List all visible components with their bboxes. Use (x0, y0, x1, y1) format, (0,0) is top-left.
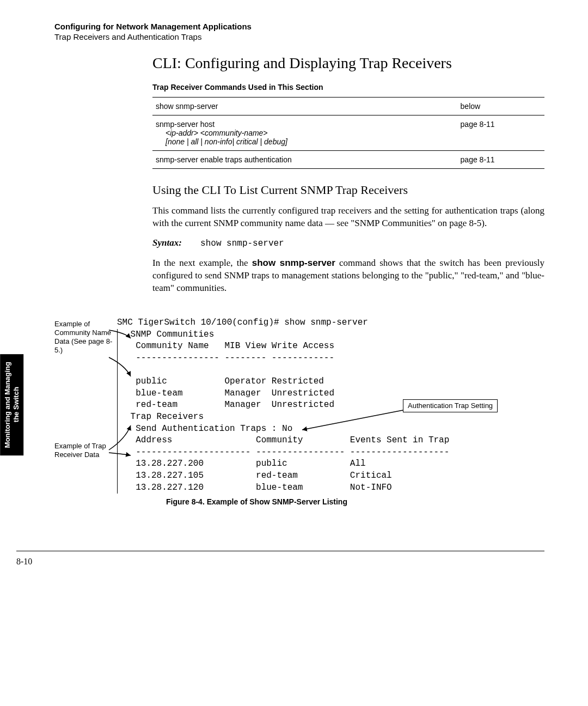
cli-line: Send Authentication Traps : No (125, 424, 292, 434)
cmd-text: snmp-server host (156, 120, 215, 129)
text-run: In the next example, the (152, 258, 252, 268)
cli-prompt-line: SMC TigerSwitch 10/100(config)# show snm… (117, 318, 368, 327)
annotation-community: Example of Community Name Data (See page… (54, 320, 114, 355)
cli-line: SNMP Communities (125, 330, 214, 339)
cli-line: ---------------- -------- ------------ (125, 353, 334, 363)
running-head-chapter: Configuring for Network Management Appli… (54, 22, 544, 31)
table-caption: Trap Receiver Commands Used in This Sect… (152, 83, 544, 92)
ref-cell: page 8-11 (457, 151, 544, 169)
table-row: snmp-server host <ip-addr> <community-na… (152, 115, 544, 151)
ref-cell: page 8-11 (457, 115, 544, 151)
paragraph: In the next example, the show snmp-serve… (152, 257, 544, 295)
side-tab: Monitoring and Managingthe Switch (0, 354, 23, 455)
commands-table: show snmp-server below snmp-server host … (152, 97, 544, 169)
ref-cell: below (457, 98, 544, 115)
syntax-line: Syntax: show snmp-server (152, 238, 544, 248)
running-head-sub: Trap Receivers and Authentication Traps (54, 32, 544, 41)
cmd-cell: snmp-server enable traps authentication (152, 151, 457, 169)
cli-line: red-team Manager Unrestricted (125, 400, 334, 410)
cli-output: SMC TigerSwitch 10/100(config)# show snm… (117, 306, 544, 494)
cli-line: 13.28.227.120 blue-team Not-INFO (125, 483, 392, 492)
paragraph: This command lists the currently configu… (152, 205, 544, 230)
section-title: CLI: Configuring and Displaying Trap Rec… (152, 54, 544, 72)
cli-line: 13.28.227.200 public All (125, 459, 366, 468)
table-row: snmp-server enable traps authentication … (152, 151, 544, 169)
table-row: show snmp-server below (152, 98, 544, 115)
figure-8-4: Example of Community Name Data (See page… (54, 306, 544, 507)
syntax-command: show snmp-server (200, 239, 284, 248)
cmd-cell: snmp-server host <ip-addr> <community-na… (152, 115, 457, 151)
cmd-sub-plain: [none | all | non-info| critical | debug… (156, 137, 454, 146)
cli-line: ---------------------- -----------------… (125, 447, 449, 457)
cli-line: 13.28.227.105 red-team Critical (125, 471, 392, 480)
figure-caption: Figure 8-4. Example of Show SNMP-Server … (166, 497, 544, 507)
cli-line: Community Name MIB View Write Access (125, 341, 334, 351)
syntax-label: Syntax: (152, 238, 182, 248)
annotation-trap: Example of Trap Receiver Data (54, 442, 114, 460)
cli-line: Trap Receivers (125, 412, 204, 422)
cli-line: blue-team Manager Unrestricted (125, 388, 334, 398)
page-footer: 8-10 (16, 551, 544, 567)
cli-line: public Operator Restricted (125, 376, 324, 386)
cmd-sub-italic: <ip-addr> <community-name> (156, 129, 454, 137)
subsection-title: Using the CLI To List Current SNMP Trap … (152, 183, 544, 197)
page-number: 8-10 (16, 557, 32, 566)
cmd-cell: show snmp-server (152, 98, 457, 115)
bold-command: show snmp-server (252, 258, 335, 268)
cli-line: Address Community Events Sent in Trap (125, 435, 449, 445)
